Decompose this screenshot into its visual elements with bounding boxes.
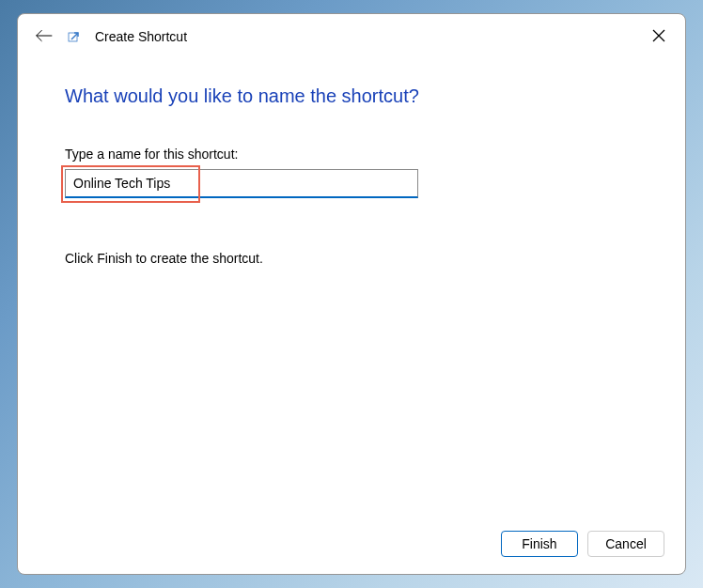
dialog-title: Create Shortcut [95, 29, 187, 44]
field-label: Type a name for this shortcut: [65, 147, 638, 162]
main-heading: What would you like to name the shortcut… [65, 85, 638, 107]
close-button[interactable] [648, 25, 670, 48]
dialog-header: Create Shortcut [18, 14, 685, 55]
cancel-button[interactable]: Cancel [587, 531, 664, 557]
input-wrapper [65, 169, 418, 198]
shortcut-icon [67, 29, 82, 44]
dialog-content: What would you like to name the shortcut… [18, 55, 685, 516]
back-arrow-icon [35, 28, 54, 46]
close-icon [652, 29, 665, 45]
hint-text: Click Finish to create the shortcut. [65, 251, 638, 266]
back-button[interactable] [35, 27, 54, 46]
shortcut-name-input[interactable] [65, 169, 418, 198]
finish-button[interactable]: Finish [501, 531, 578, 557]
dialog-footer: Finish Cancel [18, 516, 685, 574]
create-shortcut-dialog: Create Shortcut What would you like to n… [17, 13, 686, 575]
